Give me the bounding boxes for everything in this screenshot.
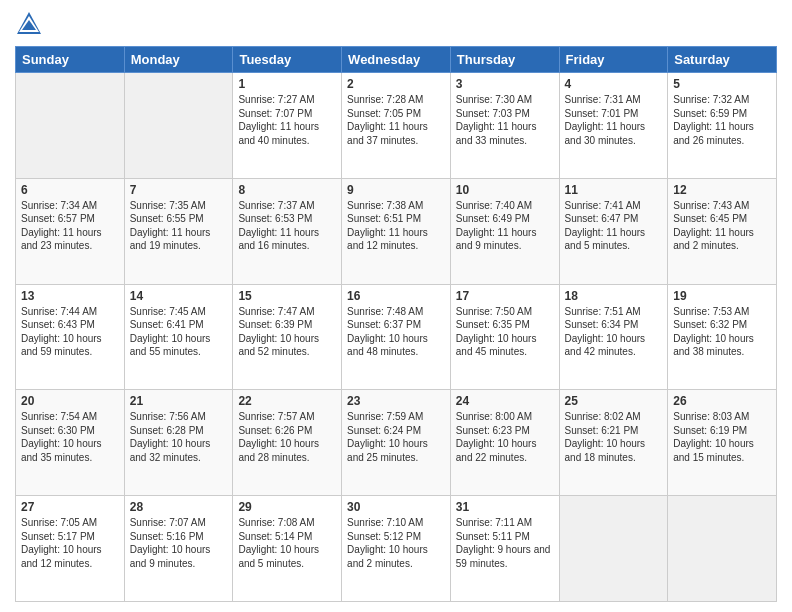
day-info: Sunrise: 7:48 AM Sunset: 6:37 PM Dayligh… [347, 305, 445, 359]
calendar: SundayMondayTuesdayWednesdayThursdayFrid… [15, 46, 777, 602]
calendar-day [668, 496, 777, 602]
calendar-day: 11Sunrise: 7:41 AM Sunset: 6:47 PM Dayli… [559, 178, 668, 284]
day-info: Sunrise: 7:10 AM Sunset: 5:12 PM Dayligh… [347, 516, 445, 570]
day-info: Sunrise: 8:00 AM Sunset: 6:23 PM Dayligh… [456, 410, 554, 464]
day-info: Sunrise: 8:02 AM Sunset: 6:21 PM Dayligh… [565, 410, 663, 464]
calendar-day: 13Sunrise: 7:44 AM Sunset: 6:43 PM Dayli… [16, 284, 125, 390]
day-number: 26 [673, 394, 771, 408]
calendar-day: 1Sunrise: 7:27 AM Sunset: 7:07 PM Daylig… [233, 73, 342, 179]
day-number: 1 [238, 77, 336, 91]
day-info: Sunrise: 7:31 AM Sunset: 7:01 PM Dayligh… [565, 93, 663, 147]
day-info: Sunrise: 7:40 AM Sunset: 6:49 PM Dayligh… [456, 199, 554, 253]
day-number: 16 [347, 289, 445, 303]
day-info: Sunrise: 7:51 AM Sunset: 6:34 PM Dayligh… [565, 305, 663, 359]
calendar-day: 4Sunrise: 7:31 AM Sunset: 7:01 PM Daylig… [559, 73, 668, 179]
calendar-day: 25Sunrise: 8:02 AM Sunset: 6:21 PM Dayli… [559, 390, 668, 496]
day-number: 18 [565, 289, 663, 303]
day-number: 31 [456, 500, 554, 514]
day-number: 5 [673, 77, 771, 91]
day-info: Sunrise: 7:47 AM Sunset: 6:39 PM Dayligh… [238, 305, 336, 359]
day-info: Sunrise: 7:11 AM Sunset: 5:11 PM Dayligh… [456, 516, 554, 570]
calendar-week: 20Sunrise: 7:54 AM Sunset: 6:30 PM Dayli… [16, 390, 777, 496]
day-number: 17 [456, 289, 554, 303]
day-number: 27 [21, 500, 119, 514]
page: SundayMondayTuesdayWednesdayThursdayFrid… [0, 0, 792, 612]
calendar-day: 29Sunrise: 7:08 AM Sunset: 5:14 PM Dayli… [233, 496, 342, 602]
calendar-week: 1Sunrise: 7:27 AM Sunset: 7:07 PM Daylig… [16, 73, 777, 179]
day-info: Sunrise: 7:05 AM Sunset: 5:17 PM Dayligh… [21, 516, 119, 570]
calendar-day: 19Sunrise: 7:53 AM Sunset: 6:32 PM Dayli… [668, 284, 777, 390]
day-info: Sunrise: 7:08 AM Sunset: 5:14 PM Dayligh… [238, 516, 336, 570]
day-number: 24 [456, 394, 554, 408]
calendar-header: SundayMondayTuesdayWednesdayThursdayFrid… [16, 47, 777, 73]
day-info: Sunrise: 7:35 AM Sunset: 6:55 PM Dayligh… [130, 199, 228, 253]
calendar-day: 6Sunrise: 7:34 AM Sunset: 6:57 PM Daylig… [16, 178, 125, 284]
logo [15, 10, 46, 38]
header [15, 10, 777, 38]
calendar-day: 14Sunrise: 7:45 AM Sunset: 6:41 PM Dayli… [124, 284, 233, 390]
day-number: 22 [238, 394, 336, 408]
calendar-body: 1Sunrise: 7:27 AM Sunset: 7:07 PM Daylig… [16, 73, 777, 602]
calendar-day: 21Sunrise: 7:56 AM Sunset: 6:28 PM Dayli… [124, 390, 233, 496]
calendar-day: 10Sunrise: 7:40 AM Sunset: 6:49 PM Dayli… [450, 178, 559, 284]
weekday-header: Friday [559, 47, 668, 73]
calendar-day: 8Sunrise: 7:37 AM Sunset: 6:53 PM Daylig… [233, 178, 342, 284]
day-info: Sunrise: 7:37 AM Sunset: 6:53 PM Dayligh… [238, 199, 336, 253]
logo-icon [15, 10, 43, 38]
day-number: 11 [565, 183, 663, 197]
day-info: Sunrise: 7:30 AM Sunset: 7:03 PM Dayligh… [456, 93, 554, 147]
day-number: 9 [347, 183, 445, 197]
calendar-day: 9Sunrise: 7:38 AM Sunset: 6:51 PM Daylig… [342, 178, 451, 284]
day-info: Sunrise: 7:56 AM Sunset: 6:28 PM Dayligh… [130, 410, 228, 464]
calendar-week: 6Sunrise: 7:34 AM Sunset: 6:57 PM Daylig… [16, 178, 777, 284]
day-number: 13 [21, 289, 119, 303]
day-info: Sunrise: 7:50 AM Sunset: 6:35 PM Dayligh… [456, 305, 554, 359]
day-info: Sunrise: 7:44 AM Sunset: 6:43 PM Dayligh… [21, 305, 119, 359]
calendar-day: 16Sunrise: 7:48 AM Sunset: 6:37 PM Dayli… [342, 284, 451, 390]
day-number: 7 [130, 183, 228, 197]
day-info: Sunrise: 8:03 AM Sunset: 6:19 PM Dayligh… [673, 410, 771, 464]
day-number: 25 [565, 394, 663, 408]
weekday-header: Sunday [16, 47, 125, 73]
day-number: 23 [347, 394, 445, 408]
day-number: 4 [565, 77, 663, 91]
day-info: Sunrise: 7:54 AM Sunset: 6:30 PM Dayligh… [21, 410, 119, 464]
day-number: 10 [456, 183, 554, 197]
weekday-header: Monday [124, 47, 233, 73]
weekday-header: Wednesday [342, 47, 451, 73]
calendar-day: 24Sunrise: 8:00 AM Sunset: 6:23 PM Dayli… [450, 390, 559, 496]
day-number: 2 [347, 77, 445, 91]
day-info: Sunrise: 7:28 AM Sunset: 7:05 PM Dayligh… [347, 93, 445, 147]
day-info: Sunrise: 7:27 AM Sunset: 7:07 PM Dayligh… [238, 93, 336, 147]
calendar-week: 27Sunrise: 7:05 AM Sunset: 5:17 PM Dayli… [16, 496, 777, 602]
day-number: 19 [673, 289, 771, 303]
calendar-day: 5Sunrise: 7:32 AM Sunset: 6:59 PM Daylig… [668, 73, 777, 179]
day-number: 28 [130, 500, 228, 514]
weekday-header: Thursday [450, 47, 559, 73]
day-info: Sunrise: 7:59 AM Sunset: 6:24 PM Dayligh… [347, 410, 445, 464]
day-number: 6 [21, 183, 119, 197]
calendar-day: 17Sunrise: 7:50 AM Sunset: 6:35 PM Dayli… [450, 284, 559, 390]
day-info: Sunrise: 7:07 AM Sunset: 5:16 PM Dayligh… [130, 516, 228, 570]
calendar-day: 15Sunrise: 7:47 AM Sunset: 6:39 PM Dayli… [233, 284, 342, 390]
calendar-day: 26Sunrise: 8:03 AM Sunset: 6:19 PM Dayli… [668, 390, 777, 496]
day-number: 20 [21, 394, 119, 408]
day-info: Sunrise: 7:53 AM Sunset: 6:32 PM Dayligh… [673, 305, 771, 359]
calendar-day: 12Sunrise: 7:43 AM Sunset: 6:45 PM Dayli… [668, 178, 777, 284]
calendar-day [16, 73, 125, 179]
day-number: 15 [238, 289, 336, 303]
calendar-day: 30Sunrise: 7:10 AM Sunset: 5:12 PM Dayli… [342, 496, 451, 602]
calendar-day: 3Sunrise: 7:30 AM Sunset: 7:03 PM Daylig… [450, 73, 559, 179]
day-info: Sunrise: 7:57 AM Sunset: 6:26 PM Dayligh… [238, 410, 336, 464]
calendar-day [124, 73, 233, 179]
weekday-header: Saturday [668, 47, 777, 73]
calendar-day: 7Sunrise: 7:35 AM Sunset: 6:55 PM Daylig… [124, 178, 233, 284]
day-number: 8 [238, 183, 336, 197]
calendar-day: 28Sunrise: 7:07 AM Sunset: 5:16 PM Dayli… [124, 496, 233, 602]
day-info: Sunrise: 7:34 AM Sunset: 6:57 PM Dayligh… [21, 199, 119, 253]
day-info: Sunrise: 7:38 AM Sunset: 6:51 PM Dayligh… [347, 199, 445, 253]
day-number: 30 [347, 500, 445, 514]
day-info: Sunrise: 7:32 AM Sunset: 6:59 PM Dayligh… [673, 93, 771, 147]
calendar-day: 27Sunrise: 7:05 AM Sunset: 5:17 PM Dayli… [16, 496, 125, 602]
calendar-day: 22Sunrise: 7:57 AM Sunset: 6:26 PM Dayli… [233, 390, 342, 496]
